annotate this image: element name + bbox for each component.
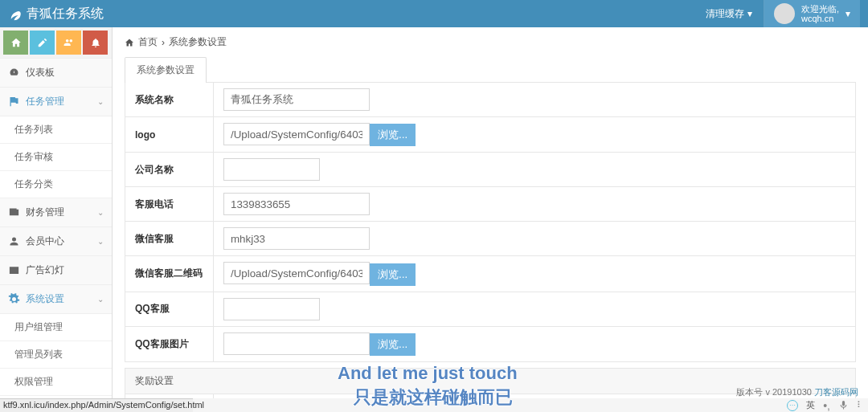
ime-menu-icon[interactable]: ⠇ [857,400,863,410]
sidebar-item-label: 仪表板 [26,66,55,80]
subtitle-caption-en: And let me just touch [338,363,518,384]
sidebar-dashboard[interactable]: 仪表板 [0,59,112,88]
user-icon [8,235,20,247]
flag-icon [8,96,20,108]
label-sysname: 系统名称 [125,83,214,117]
label-wechat: 微信客服 [125,222,214,256]
image-icon [8,264,20,276]
sidebar-task-list[interactable]: 任务列表 [0,116,112,144]
browse-qqimg-button[interactable]: 浏览... [370,333,416,356]
config-form: 系统名称 logo 浏览... 公司名称 客服电话 微信客服 微信客服二维码 浏… [125,82,856,398]
tab-row: 系统参数设置 [113,57,868,83]
leaf-icon [8,6,23,21]
brand[interactable]: 青狐任务系统 [8,6,104,22]
sidebar-system[interactable]: 系统设置⌄ [0,285,112,314]
breadcrumb-current: 系统参数设置 [169,35,227,49]
top-right: 清理缓存 ▾ 欢迎光临, wcqh.cn ▾ [694,0,860,27]
sidebar-task-mgmt[interactable]: 任务管理⌄ [0,88,112,116]
input-qq-img[interactable] [223,332,370,355]
chevron-down-icon: ⌄ [97,237,104,246]
wallet-icon [8,206,20,218]
user-text: 欢迎光临, wcqh.cn [801,4,839,23]
users-button[interactable] [56,31,81,55]
statusbar: ktf9.xnl.icu/index.php/Admin/SystemConfi… [0,398,193,412]
sidebar-finance[interactable]: 财务管理⌄ [0,198,112,227]
sidebar-task-audit[interactable]: 任务审核 [0,144,112,171]
breadcrumb: 首页 › 系统参数设置 [113,27,868,57]
pencil-icon [37,37,48,48]
sidebar-item-label: 系统设置 [26,292,64,306]
ime-dot-icon[interactable]: •, [823,399,830,412]
version-text: 版本号 v 20191030 [736,387,814,397]
bell-icon [90,37,101,48]
quick-actions [0,27,112,59]
edit-button[interactable] [30,31,55,55]
label-wechat-qr: 微信客服二维码 [125,256,214,292]
sidebar: 仪表板 任务管理⌄ 任务列表 任务审核 任务分类 财务管理⌄ 会员中心⌄ 广告幻… [0,27,113,398]
sidebar-item-label: 财务管理 [26,206,64,219]
browse-logo-button[interactable]: 浏览... [370,124,416,146]
clear-cache-label: 清理缓存 [706,7,744,21]
sidebar-item-label: 广告幻灯 [26,263,64,277]
footer: 版本号 v 20191030 刀客源码网 [736,386,858,398]
home-button[interactable] [3,31,28,55]
input-qq[interactable] [223,298,320,320]
sidebar-ad-slide[interactable]: 广告幻灯 [0,256,112,285]
welcome-text: 欢迎光临, [801,4,839,14]
ime-lang[interactable]: 英 [806,399,815,411]
user-menu[interactable]: 欢迎光临, wcqh.cn ▾ [764,0,860,27]
tab-system-params[interactable]: 系统参数设置 [125,57,207,83]
subtitle-caption-zh: 只是就这样碰触而已 [354,385,513,410]
gauge-icon [8,67,20,79]
input-wechat[interactable] [223,227,370,250]
brand-text: 青狐任务系统 [27,6,104,22]
input-tel[interactable] [223,193,370,215]
browse-wechatqr-button[interactable]: 浏览... [370,263,416,286]
nav: 仪表板 任务管理⌄ 任务列表 任务审核 任务分类 财务管理⌄ 会员中心⌄ 广告幻… [0,59,112,398]
input-company[interactable] [223,158,320,181]
chevron-down-icon: ⌄ [97,97,104,106]
label-qq-img: QQ客服图片 [125,326,214,361]
sidebar-task-category[interactable]: 任务分类 [0,171,112,198]
input-logo[interactable] [223,123,370,145]
breadcrumb-sep: › [162,37,165,48]
avatar [774,3,795,24]
chevron-down-icon: ▾ [747,8,752,19]
label-tel: 客服电话 [125,187,214,222]
sidebar-item-label: 任务管理 [26,95,64,108]
topbar: 青狐任务系统 清理缓存 ▾ 欢迎光临, wcqh.cn ▾ [0,0,868,27]
ime-indicator: ⋯ 英 •, ⠇ [787,398,863,412]
gear-icon [8,293,20,305]
sidebar-admin-list[interactable]: 管理员列表 [0,341,112,369]
username: wcqh.cn [801,14,839,23]
main-panel: 首页 › 系统参数设置 系统参数设置 系统名称 logo 浏览... 公司名称 … [113,27,868,398]
breadcrumb-home[interactable]: 首页 [138,35,158,49]
home-icon [125,38,134,47]
sidebar-item-label: 会员中心 [26,235,64,248]
label-logo: logo [125,117,214,153]
input-sysname[interactable] [223,88,370,111]
sidebar-user-group[interactable]: 用户组管理 [0,314,112,341]
mic-icon[interactable] [838,400,849,410]
sidebar-member[interactable]: 会员中心⌄ [0,227,112,256]
alert-button[interactable] [83,31,108,55]
label-company: 公司名称 [125,153,214,187]
chevron-down-icon: ▾ [845,8,850,19]
input-wechat-qr[interactable] [223,262,370,284]
home-icon [10,37,22,48]
chevron-down-icon: ⌄ [97,208,104,217]
ime-circle-icon[interactable]: ⋯ [787,400,798,411]
label-qq: QQ客服 [125,292,214,326]
chevron-down-icon: ⌄ [97,295,104,304]
users-icon [63,37,75,48]
clear-cache-button[interactable]: 清理缓存 ▾ [694,0,764,27]
sidebar-perm[interactable]: 权限管理 [0,369,112,396]
footer-link[interactable]: 刀客源码网 [814,387,858,397]
